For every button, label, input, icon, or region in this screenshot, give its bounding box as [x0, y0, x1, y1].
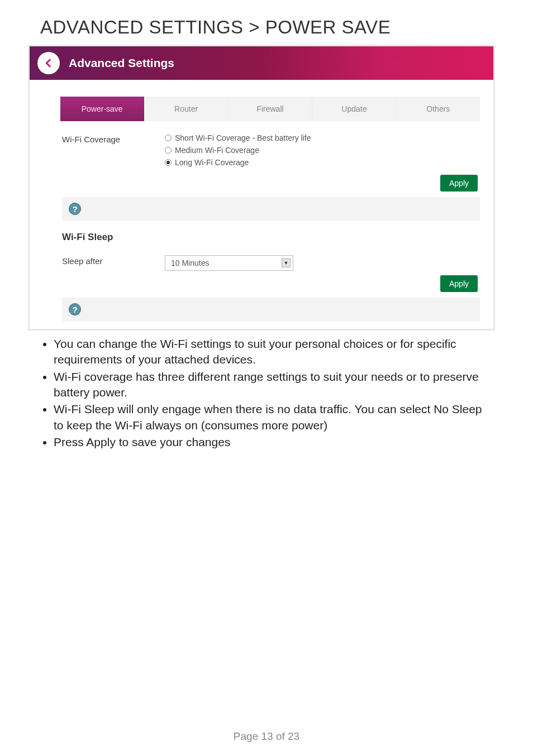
bullet-item: Wi-Fi coverage has three different range… — [54, 369, 493, 401]
page-number: Page 13 of 23 — [0, 730, 533, 743]
help-icon[interactable]: ? — [69, 303, 81, 315]
tab-power-save[interactable]: Power-save — [60, 97, 144, 121]
tab-others[interactable]: Others — [397, 97, 480, 121]
radio-label: Short Wi-Fi Coverage - Best battery life — [175, 133, 311, 142]
tab-firewall[interactable]: Firewall — [229, 97, 312, 121]
help-bar-sleep: ? — [62, 298, 480, 321]
panel-content: Power-save Router Firewall Update Others… — [30, 80, 493, 329]
wifi-sleep-title: Wi-Fi Sleep — [62, 232, 480, 243]
chevron-down-icon: ▼ — [282, 259, 291, 267]
wifi-coverage-row: Wi-Fi Coverage Short Wi-Fi Coverage - Be… — [62, 133, 480, 170]
radio-medium-coverage[interactable]: Medium Wi-Fi Coverage — [165, 146, 480, 155]
apply-button[interactable]: Apply — [440, 275, 478, 292]
bullet-item: Wi-Fi Sleep will only engage when there … — [54, 401, 493, 433]
help-bar-coverage: ? — [62, 197, 480, 221]
wifi-sleep-row: Sleep after 10 Minutes ▼ — [62, 255, 480, 271]
settings-panel: Advanced Settings Power-save Router Fire… — [28, 45, 495, 331]
back-button[interactable] — [37, 52, 60, 74]
radio-icon — [165, 159, 172, 166]
sleep-after-control: 10 Minutes ▼ — [165, 255, 293, 271]
radio-short-coverage[interactable]: Short Wi-Fi Coverage - Best battery life — [165, 133, 480, 142]
panel-header: Advanced Settings — [30, 46, 493, 80]
tabs-bar: Power-save Router Firewall Update Others — [60, 97, 480, 121]
tab-router[interactable]: Router — [144, 97, 228, 121]
apply-row-sleep: Apply — [30, 275, 478, 292]
radio-long-coverage[interactable]: Long Wi-Fi Coverage — [165, 158, 480, 167]
wifi-coverage-label: Wi-Fi Coverage — [62, 133, 165, 144]
radio-label: Medium Wi-Fi Coverage — [175, 146, 259, 155]
bullet-item: You can change the Wi-Fi settings to sui… — [54, 336, 493, 368]
apply-row-coverage: Apply — [30, 175, 478, 192]
radio-icon — [165, 135, 172, 141]
radio-icon — [165, 147, 172, 154]
sleep-after-label: Sleep after — [62, 255, 165, 266]
wifi-coverage-options: Short Wi-Fi Coverage - Best battery life… — [165, 133, 480, 170]
apply-button[interactable]: Apply — [440, 175, 478, 192]
description-bullets: You can change the Wi-Fi settings to sui… — [54, 336, 493, 450]
chevron-left-icon — [44, 58, 54, 68]
bullet-item: Press Apply to save your changes — [54, 434, 493, 450]
radio-label: Long Wi-Fi Coverage — [175, 158, 249, 167]
select-value: 10 Minutes — [171, 259, 282, 267]
help-icon[interactable]: ? — [69, 203, 81, 215]
panel-title: Advanced Settings — [69, 56, 174, 70]
page-title: ADVANCED SETTINGS > POWER SAVE — [0, 0, 533, 45]
sleep-after-select[interactable]: 10 Minutes ▼ — [165, 255, 293, 271]
tab-update[interactable]: Update — [312, 97, 396, 121]
